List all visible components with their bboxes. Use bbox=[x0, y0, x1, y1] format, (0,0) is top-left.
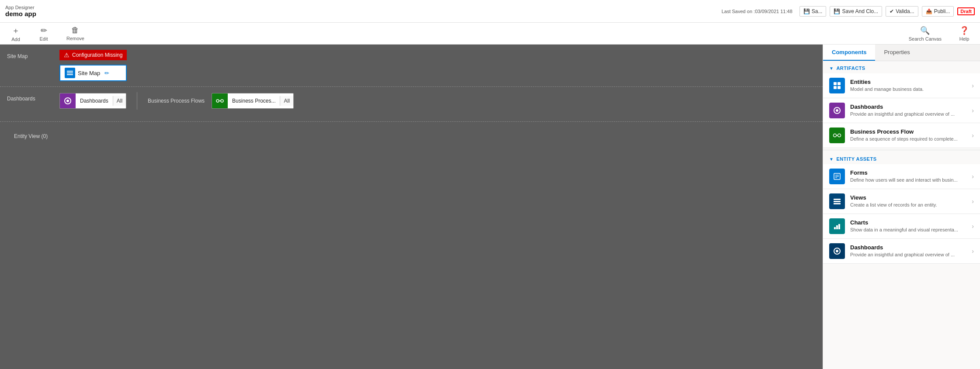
edit-icon: ✏ bbox=[41, 26, 47, 35]
bpf-all-label: All bbox=[280, 96, 293, 106]
app-designer-label: App Designer bbox=[5, 5, 36, 10]
entities-arrow-icon: › bbox=[972, 82, 974, 89]
entity-assets-header: ▼ ENTITY ASSETS bbox=[823, 152, 980, 164]
entities-icon bbox=[829, 78, 845, 93]
sitemap-card[interactable]: Site Map ✏ bbox=[59, 65, 127, 81]
entity-assets-chevron-icon: ▼ bbox=[829, 157, 834, 162]
sitemap-edit-icon[interactable]: ✏ bbox=[104, 70, 109, 76]
svg-point-15 bbox=[838, 134, 841, 137]
views-title: Views bbox=[850, 194, 966, 201]
save-and-close-button[interactable]: 💾 Save And Clo... bbox=[830, 6, 882, 17]
component-item-forms[interactable]: Forms Define how users will see and inte… bbox=[823, 164, 980, 189]
svg-rect-21 bbox=[834, 199, 841, 200]
dashboards-card[interactable]: Dashboards All bbox=[59, 93, 126, 109]
last-saved-text: Last Saved on :03/09/2021 11:48 bbox=[722, 9, 792, 14]
entity-view-label: Entity View (0) bbox=[7, 127, 55, 145]
component-item-views[interactable]: Views Create a list view of records for … bbox=[823, 189, 980, 214]
artifacts-header: ▼ ARTIFACTS bbox=[823, 61, 980, 73]
svg-point-13 bbox=[836, 109, 838, 112]
views-text: Views Create a list view of records for … bbox=[850, 194, 966, 208]
dashboards-card-icon bbox=[60, 93, 76, 108]
publish-button[interactable]: 📤 Publi... bbox=[922, 6, 954, 17]
add-icon: ＋ bbox=[12, 25, 20, 36]
svg-rect-26 bbox=[838, 224, 840, 229]
help-button[interactable]: ❓ Help bbox=[956, 24, 973, 43]
component-item-bpf[interactable]: Business Process Flow Define a sequence … bbox=[823, 123, 980, 148]
svg-rect-10 bbox=[834, 86, 837, 89]
sitemap-card-label: Site Map bbox=[78, 70, 100, 76]
section-divider bbox=[823, 150, 980, 150]
bpf-card-icon bbox=[212, 93, 228, 108]
draft-badge: Draft bbox=[957, 7, 975, 15]
add-button[interactable]: ＋ Add bbox=[7, 24, 24, 44]
dashboards-panel-desc: Provide an insightful and graphical over… bbox=[850, 111, 966, 117]
warning-icon: ⚠ bbox=[64, 52, 70, 59]
bpf-panel-icon bbox=[829, 128, 845, 143]
save-close-icon: 💾 bbox=[834, 8, 840, 14]
dashboards-panel-icon bbox=[829, 103, 845, 118]
component-item-dashboards[interactable]: Dashboards Provide an insightful and gra… bbox=[823, 98, 980, 123]
edit-button[interactable]: ✏ Edit bbox=[35, 24, 52, 44]
charts-desc: Show data in a meaningful and visual rep… bbox=[850, 227, 966, 233]
component-item-charts[interactable]: Charts Show data in a meaningful and vis… bbox=[823, 214, 980, 239]
bpf-panel-desc: Define a sequence of steps required to c… bbox=[850, 136, 966, 142]
views-icon bbox=[829, 193, 845, 209]
tab-properties[interactable]: Properties bbox=[875, 45, 918, 61]
dashboards2-text: Dashboards Provide an insightful and gra… bbox=[850, 244, 966, 258]
views-desc: Create a list view of records for an ent… bbox=[850, 202, 966, 208]
toolbar-left: ＋ Add ✏ Edit 🗑 Remove bbox=[7, 24, 905, 44]
svg-rect-1 bbox=[67, 72, 73, 73]
tab-components[interactable]: Components bbox=[823, 45, 875, 61]
forms-icon bbox=[829, 169, 845, 184]
search-canvas-button[interactable]: 🔍 Search Canvas bbox=[905, 24, 945, 43]
svg-point-6 bbox=[221, 100, 223, 102]
forms-title: Forms bbox=[850, 169, 966, 176]
svg-rect-23 bbox=[834, 203, 841, 204]
config-missing-banner: ⚠ Configuration Missing bbox=[59, 50, 127, 60]
app-name: demo app bbox=[5, 10, 36, 17]
sitemap-section: Site Map ⚠ Configuration Missing bbox=[0, 45, 823, 87]
svg-rect-25 bbox=[836, 225, 838, 229]
right-panel: Components Properties ▼ ARTIFACTS bbox=[823, 45, 980, 369]
forms-desc: Define how users will see and interact w… bbox=[850, 177, 966, 183]
svg-rect-11 bbox=[838, 86, 841, 89]
publish-icon: 📤 bbox=[926, 8, 932, 14]
panel-content: ▼ ARTIFACTS Entities Model and manage bu… bbox=[823, 61, 980, 369]
charts-title: Charts bbox=[850, 219, 966, 226]
header-right: Last Saved on :03/09/2021 11:48 💾 Sa... … bbox=[722, 6, 975, 17]
dashboards2-icon bbox=[829, 243, 845, 259]
component-item-entities[interactable]: Entities Model and manage business data.… bbox=[823, 73, 980, 98]
svg-rect-22 bbox=[834, 201, 841, 202]
remove-icon: 🗑 bbox=[71, 26, 79, 35]
charts-arrow-icon: › bbox=[972, 223, 974, 230]
svg-rect-2 bbox=[67, 74, 73, 75]
bpf-panel-arrow-icon: › bbox=[972, 132, 974, 139]
main-layout: Site Map ⚠ Configuration Missing bbox=[0, 45, 980, 369]
header-left: App Designer demo app bbox=[5, 5, 36, 17]
dashboards-section-label: Dashboards bbox=[7, 92, 59, 102]
validate-icon: ✔ bbox=[890, 8, 894, 14]
svg-point-4 bbox=[66, 100, 69, 102]
sitemap-section-label: Site Map bbox=[7, 50, 59, 59]
views-arrow-icon: › bbox=[972, 198, 974, 205]
save-icon: 💾 bbox=[803, 8, 810, 14]
component-item-dashboards2[interactable]: Dashboards Provide an insightful and gra… bbox=[823, 239, 980, 264]
dashboards-all-label: All bbox=[113, 96, 126, 106]
panel-tabs: Components Properties bbox=[823, 45, 980, 61]
dashboards2-title: Dashboards bbox=[850, 244, 966, 251]
entity-view-section: Entity View (0) bbox=[0, 122, 823, 151]
validate-button[interactable]: ✔ Valida... bbox=[886, 6, 918, 17]
bpf-panel-text: Business Process Flow Define a sequence … bbox=[850, 128, 966, 142]
save-button[interactable]: 💾 Sa... bbox=[799, 6, 827, 17]
charts-icon bbox=[829, 218, 845, 234]
entities-desc: Model and manage business data. bbox=[850, 86, 966, 92]
help-icon: ❓ bbox=[959, 26, 969, 35]
svg-rect-24 bbox=[834, 227, 836, 229]
canvas-area: Site Map ⚠ Configuration Missing bbox=[0, 45, 823, 369]
svg-rect-8 bbox=[834, 82, 837, 85]
entities-title: Entities bbox=[850, 79, 966, 85]
remove-button[interactable]: 🗑 Remove bbox=[63, 24, 88, 44]
artifacts-chevron-icon: ▼ bbox=[829, 66, 834, 71]
bpf-card[interactable]: Business Proces... All bbox=[212, 93, 294, 109]
svg-point-28 bbox=[836, 250, 838, 252]
